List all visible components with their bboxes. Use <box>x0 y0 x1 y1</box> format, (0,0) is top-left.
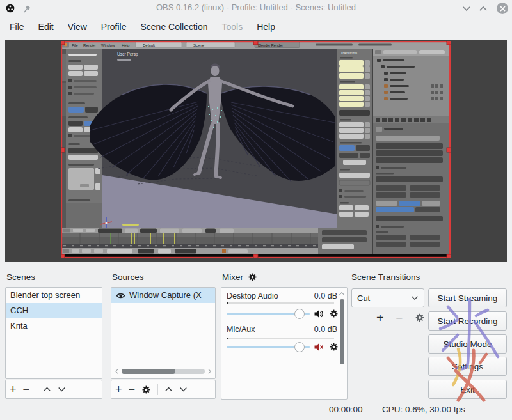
svg-text:Blender Render: Blender Render <box>258 43 283 47</box>
volume-slider-row <box>227 340 343 354</box>
add-scene-button[interactable]: + <box>10 384 17 395</box>
resize-handle <box>61 254 65 258</box>
titlebar[interactable]: OBS 0.16.2 (linux) - Profile: Untitled -… <box>0 0 512 17</box>
mixer-channel-name: Mic/Aux <box>227 325 255 334</box>
move-source-down-button[interactable] <box>179 387 188 392</box>
start-streaming-button[interactable]: Start Streaming <box>428 288 507 307</box>
volume-slider-row <box>227 307 343 321</box>
transition-selected-value: Cut <box>357 293 370 303</box>
add-source-button[interactable]: + <box>115 384 122 395</box>
remove-transition-button[interactable]: − <box>396 312 403 324</box>
menu-file[interactable]: File <box>3 19 31 35</box>
minimize-icon[interactable] <box>462 6 471 12</box>
preview-canvas[interactable]: File Render Window Help Default Scene Bl… <box>5 40 507 262</box>
menu-view[interactable]: View <box>61 19 94 35</box>
scenes-toolbar: + − <box>5 380 102 399</box>
speaker-icon[interactable] <box>314 309 324 319</box>
scene-item[interactable]: Krita <box>6 318 102 334</box>
source-item-label: Window Capture (X <box>129 288 202 303</box>
menu-scene-collection[interactable]: Scene Collection <box>133 19 214 35</box>
channel-gear-icon[interactable] <box>329 309 339 318</box>
mixer-dock-header: Mixer <box>222 272 257 282</box>
menu-profile[interactable]: Profile <box>94 19 134 35</box>
remove-source-button[interactable]: − <box>129 384 136 395</box>
move-source-up-button[interactable] <box>164 387 173 392</box>
channel-gear-icon[interactable] <box>329 342 339 352</box>
menu-tools: Tools <box>215 19 250 35</box>
move-scene-down-button[interactable] <box>58 387 66 392</box>
chevron-down-icon <box>411 295 419 300</box>
sources-dock-title: Sources <box>112 272 144 282</box>
scenes-dock-title: Scenes <box>6 272 35 282</box>
volume-meter <box>227 302 334 304</box>
scroll-right-icon[interactable] <box>207 369 212 375</box>
resize-handle <box>61 148 65 152</box>
svg-text:Transform: Transform <box>340 51 357 55</box>
blender-timeline <box>61 228 318 254</box>
mixer-channel-name: Desktop Audio <box>227 292 278 300</box>
exit-button[interactable]: Exit <box>428 380 507 399</box>
toolbar-divider <box>36 384 36 395</box>
menu-help[interactable]: Help <box>250 19 282 35</box>
scene-item-selected[interactable]: CCH <box>6 303 102 318</box>
blender-screenshot: File Render Window Help Default Scene Bl… <box>61 41 451 258</box>
transition-properties-gear-icon[interactable] <box>415 313 425 323</box>
hscroll-thumb[interactable] <box>122 369 175 374</box>
maximize-icon[interactable] <box>479 6 488 12</box>
sources-hscrollbar[interactable] <box>114 368 212 375</box>
mixer-gear-icon[interactable] <box>248 272 257 282</box>
sources-list[interactable]: Window Capture (X <box>111 287 216 379</box>
muted-speaker-icon[interactable] <box>314 342 324 352</box>
resize-handle <box>447 41 451 45</box>
transition-select[interactable]: Cut <box>351 288 424 307</box>
scene-item[interactable]: Blender top screen <box>6 288 102 303</box>
mixer-panel: Desktop Audio 0.0 dB Mic/Aux 0.0 dB <box>221 287 348 400</box>
source-item-selected[interactable]: Window Capture (X <box>111 288 215 303</box>
mixer-vscroll-thumb[interactable] <box>340 299 344 364</box>
volume-slider-knob[interactable] <box>294 342 305 352</box>
svg-text:File: File <box>72 43 78 47</box>
resize-handle <box>447 148 451 152</box>
scroll-left-icon[interactable] <box>115 369 120 375</box>
transitions-toolbar: + − <box>376 311 425 325</box>
close-button[interactable] <box>497 3 508 14</box>
resize-handle <box>61 41 65 45</box>
svg-text:Help: Help <box>122 43 130 47</box>
toolbar-divider <box>157 384 158 395</box>
blender-capture-source[interactable]: File Render Window Help Default Scene Bl… <box>61 41 451 258</box>
source-properties-gear-icon[interactable] <box>141 385 151 394</box>
svg-text:Default: Default <box>143 43 155 47</box>
mixer-scroll-up-icon[interactable] <box>339 292 345 296</box>
window-title: OBS 0.16.2 (linux) - Profile: Untitled -… <box>0 3 512 12</box>
menubar: File Edit View Profile Scene Collection … <box>0 17 512 37</box>
svg-text:Render: Render <box>83 43 96 47</box>
volume-meter <box>227 338 334 339</box>
mixer-channel-level: 0.0 dB <box>314 325 337 334</box>
blender-properties <box>373 116 449 254</box>
studio-mode-button[interactable]: Studio Mode <box>428 334 507 354</box>
resize-handle <box>253 254 258 258</box>
move-scene-up-button[interactable] <box>43 387 51 392</box>
start-recording-button[interactable]: Start Recording <box>428 311 507 331</box>
add-transition-button[interactable]: + <box>376 311 384 324</box>
source-visible-eye-icon[interactable] <box>116 292 125 299</box>
svg-text:Window: Window <box>101 43 115 47</box>
svg-text:Scene: Scene <box>193 43 205 47</box>
close-icon <box>500 6 506 12</box>
resize-handle <box>253 41 258 45</box>
menu-edit[interactable]: Edit <box>31 19 61 35</box>
remove-scene-button[interactable]: − <box>23 384 30 395</box>
transitions-dock-title: Scene Transitions <box>351 272 420 282</box>
mixer-dock-title: Mixer <box>222 272 243 282</box>
mixer-channel-level: 0.0 dB <box>314 292 337 300</box>
svg-text:User Persp: User Persp <box>117 52 138 57</box>
scenes-list[interactable]: Blender top screen CCH Krita <box>5 287 102 379</box>
volume-slider-knob[interactable] <box>294 309 305 319</box>
resize-handle <box>447 254 451 258</box>
blender-viewport: User Persp <box>90 49 337 228</box>
blender-outliner <box>373 49 449 116</box>
stream-timer: 00:00:00 <box>329 405 363 414</box>
settings-button[interactable]: Settings <box>428 357 507 376</box>
sources-toolbar: + − <box>111 380 216 399</box>
cpu-fps-stats: CPU: 0.6%, 30.00 fps <box>382 405 465 414</box>
